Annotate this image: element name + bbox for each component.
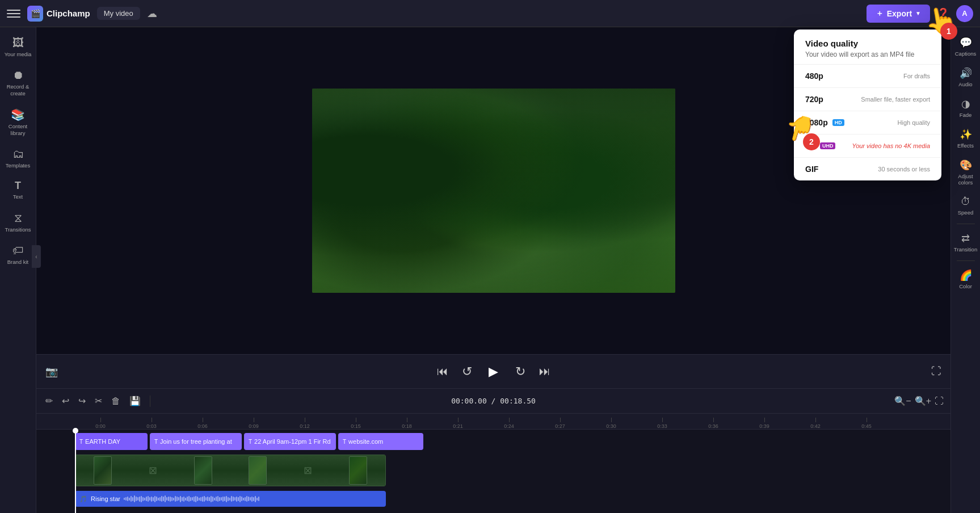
- text-clip-date[interactable]: T 22 April 9am-12pm 1 Fir Rd: [244, 433, 336, 450]
- adjust-colors-icon: 🎨: [960, 159, 972, 171]
- zoom-out-button[interactable]: 🔍−: [894, 396, 911, 406]
- timecode-separator: /: [491, 397, 500, 405]
- waveform-bar: [149, 497, 150, 501]
- my-video-tab[interactable]: My video: [97, 7, 140, 20]
- waveform-bar: [188, 496, 190, 502]
- waveform-bar: [221, 497, 222, 501]
- undo-button[interactable]: ↩: [60, 393, 71, 409]
- redo-button[interactable]: ↪: [76, 393, 88, 409]
- video-thumb-overlay-icon-1: ⊠: [149, 464, 157, 477]
- play-button[interactable]: ▶: [483, 361, 504, 382]
- playhead[interactable]: [75, 431, 76, 513]
- rs-label-adjust: Adjust colors: [954, 173, 977, 186]
- delete-button[interactable]: 🗑: [109, 394, 123, 409]
- waveform-bar: [183, 497, 184, 502]
- skip-back-button[interactable]: ⏮: [435, 363, 451, 380]
- ruler-mark-11: 0:33: [637, 418, 688, 429]
- fit-timeline-button[interactable]: ⛶: [935, 396, 944, 406]
- quality-option-720p[interactable]: 720p Smaller file, faster export: [794, 88, 941, 111]
- save-button[interactable]: 💾: [127, 393, 143, 409]
- quality-badge-hd: HD: [832, 119, 844, 126]
- playback-controls: 📷 ⏮ ↺ ▶ ↻ ⏭ ⛶: [36, 354, 950, 388]
- sidebar-item-brand-kit[interactable]: 🏷 Brand kit: [2, 239, 34, 270]
- audio-clip[interactable]: 🎵 Rising star: [75, 491, 386, 507]
- hamburger-button[interactable]: [7, 7, 20, 20]
- audio-waveform: [124, 494, 381, 503]
- waveform-bar: [256, 498, 258, 501]
- waveform-bar: [214, 498, 215, 501]
- waveform-bar: [251, 497, 253, 502]
- export-button[interactable]: ＋ Export ▼: [867, 5, 930, 23]
- forward-button[interactable]: ↻: [513, 362, 528, 381]
- screenshot-button[interactable]: 📷: [45, 365, 58, 378]
- waveform-bar: [127, 497, 128, 501]
- video-thumb-4: [349, 456, 367, 485]
- rs-item-adjust-colors[interactable]: 🎨 Adjust colors: [952, 154, 979, 190]
- timeline-pointer-tool[interactable]: ✏: [43, 393, 55, 409]
- sidebar-item-content-library[interactable]: 📚 Content library: [2, 103, 34, 141]
- timecode-current: 00:00.00: [451, 397, 487, 405]
- sidebar-item-record-create[interactable]: ⏺ Record & create: [2, 64, 34, 101]
- cloud-icon: ☁: [147, 7, 157, 20]
- waveform-bar: [258, 497, 259, 501]
- topbar-right: ＋ Export ▼ ❓ A: [867, 5, 973, 23]
- ruler-marks: 0:00 0:03 0:06 0:09 0:12 0:15 0:18 0:21 …: [75, 414, 892, 429]
- waveform-bar: [148, 496, 149, 502]
- waveform-bar: [226, 496, 227, 502]
- timeline-toolbar: ✏ ↩ ↪ ✂ 🗑 💾 00:00.00 / 00:18.50 🔍− 🔍+ ⛶: [36, 389, 950, 414]
- quality-option-4k[interactable]: 4K UHD Your video has no 4K media: [794, 134, 941, 158]
- text-clip-join[interactable]: T Join us for tree planting at: [150, 433, 242, 450]
- video-track-row: ⊠ ⊠: [75, 453, 950, 489]
- topbar-left: 🎬 Clipchamp My video ☁: [7, 6, 157, 22]
- text-clip-icon-1: T: [79, 439, 83, 445]
- sidebar-item-templates[interactable]: 🗂 Templates: [2, 143, 34, 173]
- rs-item-audio[interactable]: 🔊 Audio: [952, 62, 979, 92]
- waveform-bar: [207, 497, 208, 501]
- tracks-container: T EARTH DAY T Join us for tree planting …: [36, 431, 950, 513]
- rs-item-fade[interactable]: ◑ Fade: [952, 93, 979, 123]
- zoom-in-button[interactable]: 🔍+: [915, 396, 931, 406]
- waveform-bar: [124, 498, 125, 500]
- sidebar-collapse-button[interactable]: ‹: [32, 245, 41, 268]
- skip-forward-button[interactable]: ⏭: [537, 363, 553, 380]
- audio-track-row: 🎵 Rising star: [75, 490, 950, 510]
- quality-option-1080p[interactable]: 1080p HD High quality: [794, 111, 941, 134]
- rs-item-captions[interactable]: 💬 Captions: [952, 32, 979, 61]
- text-clip-label-3: 22 April 9am-12pm 1 Fir Rd: [254, 438, 331, 445]
- text-clip-icon-2: T: [154, 439, 158, 445]
- waveform-bar: [195, 496, 196, 502]
- text-clip-icon-3: T: [249, 439, 252, 445]
- help-icon[interactable]: ❓: [937, 7, 949, 20]
- playhead-head: [73, 428, 78, 434]
- waveform-bar: [224, 497, 225, 501]
- logo-icon: 🎬: [27, 6, 43, 22]
- ruler-mark-8: 0:24: [483, 418, 535, 429]
- rs-item-transition[interactable]: ⇄ Transition: [952, 228, 979, 257]
- avatar[interactable]: A: [956, 5, 973, 22]
- waveform-bar: [146, 497, 147, 501]
- video-track-thumbnails: ⊠ ⊠: [75, 455, 386, 486]
- rs-item-speed[interactable]: ⏱ Speed: [952, 191, 979, 220]
- rs-item-color[interactable]: 🌈 Color: [952, 264, 979, 294]
- quality-option-gif[interactable]: GIF 30 seconds or less: [794, 158, 941, 180]
- video-clip[interactable]: ⊠ ⊠: [75, 455, 386, 486]
- quality-option-480p[interactable]: 480p For drafts: [794, 65, 941, 88]
- text-clip-website[interactable]: T website.com: [338, 433, 423, 450]
- sidebar-item-transitions[interactable]: ⧖ Transitions: [2, 207, 34, 237]
- waveform-bar: [131, 496, 132, 502]
- rs-label-transition: Transition: [954, 246, 977, 253]
- waveform-bar: [156, 497, 157, 501]
- text-clip-earth-day[interactable]: T EARTH DAY: [75, 433, 148, 450]
- quality-label-720p: 720p: [805, 95, 823, 104]
- rs-item-effects[interactable]: ✨ Effects: [952, 124, 979, 153]
- fullscreen-button[interactable]: ⛶: [931, 365, 941, 377]
- sidebar-item-text[interactable]: T Text: [2, 175, 34, 204]
- sidebar-item-your-media[interactable]: 🖼 Your media: [2, 32, 34, 62]
- waveform-bar: [185, 498, 186, 501]
- rewind-button[interactable]: ↺: [460, 362, 474, 381]
- rs-label-color: Color: [959, 283, 972, 289]
- export-dropdown-subtitle: Your video will export as an MP4 file: [805, 51, 930, 58]
- waveform-bar: [194, 497, 195, 502]
- cut-button[interactable]: ✂: [92, 393, 104, 409]
- audio-icon-rs: 🔊: [960, 67, 972, 79]
